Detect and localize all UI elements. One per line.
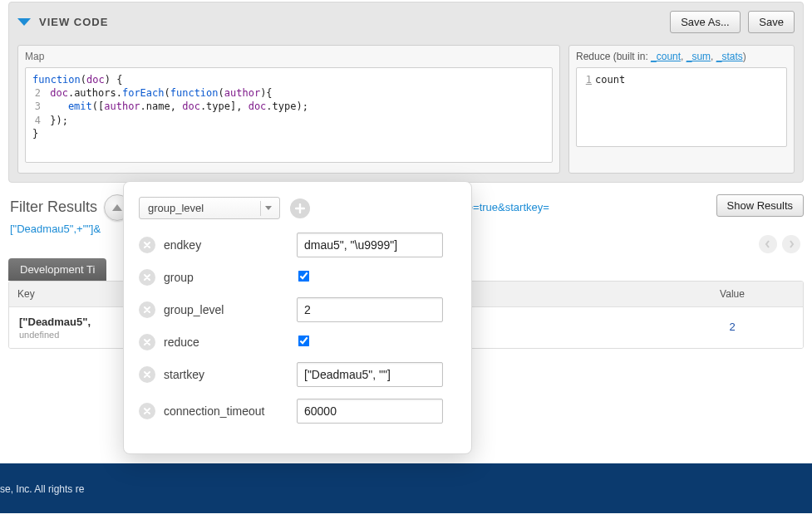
param-name: endkey [164, 238, 288, 252]
param-name: group_level [164, 303, 288, 316]
code-token: doc [86, 74, 105, 86]
param-value [297, 271, 456, 284]
param-row: group_level [139, 297, 456, 322]
save-button[interactable]: Save [748, 11, 795, 33]
param-row: reduce [139, 334, 456, 350]
pager-next-button[interactable] [782, 235, 800, 253]
collapse-icon[interactable] [17, 18, 31, 26]
param-row: endkey [139, 233, 456, 257]
cell-value: 2 [662, 307, 803, 348]
code-token: ){ [260, 87, 272, 99]
param-name: group [164, 271, 288, 284]
code-token: author [224, 87, 260, 99]
code-token: count [595, 74, 625, 86]
code-token: .authors. [68, 87, 122, 99]
code-token: function [170, 87, 219, 99]
view-code-title: VIEW CODE [39, 16, 108, 28]
chevron-right-icon [787, 240, 795, 248]
filter-right: Show Results [716, 194, 804, 253]
gutter: 2 [32, 86, 41, 100]
reduce-label-prefix: Reduce (built in: [576, 51, 651, 62]
view-code-header: VIEW CODE Save As... Save [17, 9, 795, 38]
param-checkbox[interactable] [298, 336, 310, 347]
popover-selector-row: group_level [139, 197, 456, 219]
code-token: doc [249, 100, 267, 112]
gutter: 1 [583, 73, 592, 86]
param-checkbox[interactable] [298, 271, 310, 282]
code-token: doc [44, 87, 68, 99]
tab-development[interactable]: Development Ti [8, 258, 106, 281]
view-code-header-left: VIEW CODE [17, 16, 108, 28]
param-input[interactable] [297, 362, 443, 387]
reduce-code-box: Reduce (built in: _count, _sum, _stats) … [568, 45, 795, 174]
code-token: ([ [92, 100, 104, 112]
code-token: ( [219, 87, 224, 99]
filter-title: Filter Results [10, 198, 97, 216]
param-input[interactable] [297, 399, 443, 424]
code-token: forEach [122, 87, 165, 99]
pager [759, 235, 800, 253]
param-selector[interactable]: group_level [139, 197, 280, 219]
footer: se, Inc. All rights re [0, 463, 812, 513]
code-token: .type); [266, 100, 308, 112]
remove-param-button[interactable] [139, 237, 155, 253]
reduce-stats-link[interactable]: _stats [716, 51, 743, 62]
remove-param-button[interactable] [139, 366, 155, 383]
reduce-count-link[interactable]: _count [651, 51, 681, 62]
filter-popover: group_level endkeygroupgroup_levelreduce… [123, 181, 472, 454]
map-editor[interactable]: function(doc) { 2 doc.authors.forEach(fu… [25, 67, 553, 163]
dropdown-arrow-icon [260, 201, 275, 216]
remove-param-button[interactable] [139, 334, 155, 350]
col-value-header: Value [662, 282, 803, 306]
param-name: startkey [164, 368, 288, 381]
close-icon [143, 338, 151, 346]
view-code-header-right: Save As... Save [670, 11, 795, 33]
code-token: }); [44, 115, 68, 126]
chevron-left-icon [764, 240, 772, 248]
close-icon [143, 273, 151, 282]
plus-icon [295, 203, 305, 213]
param-row: startkey [139, 362, 456, 387]
param-input[interactable] [297, 297, 443, 322]
code-token: doc [182, 100, 200, 112]
map-label: Map [25, 51, 553, 62]
view-code-panel: VIEW CODE Save As... Save Map function(d… [8, 2, 804, 183]
map-code-box: Map function(doc) { 2 doc.authors.forEac… [17, 45, 560, 174]
param-name: connection_timeout [164, 404, 288, 418]
close-icon [143, 306, 151, 314]
code-token: .name, [140, 100, 183, 112]
param-value [297, 297, 456, 322]
param-value [297, 233, 456, 257]
show-results-button[interactable]: Show Results [716, 194, 804, 217]
param-input[interactable] [297, 233, 443, 257]
code-token: ( [81, 74, 86, 86]
gutter: 4 [32, 114, 41, 127]
close-icon [143, 370, 151, 379]
footer-text: se, Inc. All rights re [0, 483, 84, 495]
remove-param-button[interactable] [139, 403, 155, 419]
code-row: Map function(doc) { 2 doc.authors.forEac… [17, 45, 795, 174]
code-token: function [32, 74, 81, 86]
param-row: group [139, 269, 456, 286]
close-icon [143, 407, 151, 415]
code-token: emit [44, 100, 92, 112]
add-param-button[interactable] [290, 198, 310, 218]
remove-param-button[interactable] [139, 269, 155, 286]
reduce-sum-link[interactable]: _sum [687, 51, 711, 62]
close-icon [143, 241, 151, 249]
code-token: } [32, 128, 38, 140]
save-as-button[interactable]: Save As... [670, 11, 741, 33]
param-selector-value: group_level [139, 197, 280, 219]
pager-prev-button[interactable] [759, 235, 777, 253]
code-token: author [104, 100, 140, 112]
param-value [297, 336, 456, 349]
code-token: ( [165, 87, 170, 99]
reduce-label-suffix: ) [743, 51, 746, 62]
code-token: ) { [105, 74, 123, 86]
param-name: reduce [164, 336, 288, 349]
remove-param-button[interactable] [139, 301, 155, 318]
reduce-editor[interactable]: 1count [576, 67, 787, 147]
param-value [297, 362, 456, 387]
reduce-label: Reduce (built in: _count, _sum, _stats) [576, 51, 787, 62]
gutter: 3 [32, 100, 41, 113]
